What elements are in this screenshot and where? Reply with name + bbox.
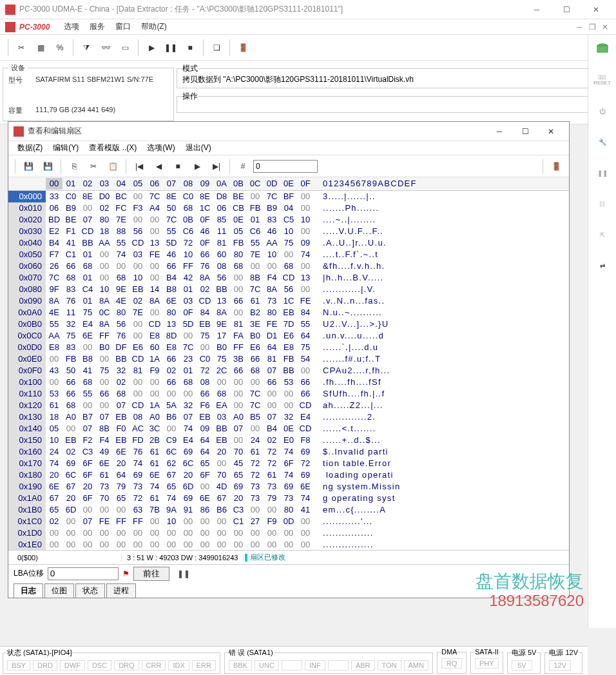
lba-flag-icon: ⚑: [122, 569, 130, 578]
tab-进程[interactable]: 进程: [106, 583, 136, 598]
pause-icon[interactable]: ❚❚: [162, 39, 180, 57]
copy-icon[interactable]: ❏: [207, 39, 226, 57]
copy2-icon[interactable]: ⎘: [65, 158, 83, 175]
menu-窗口[interactable]: 窗口: [110, 21, 136, 32]
sata-legend: 状态 (SATA1)-[PIO4]: [7, 648, 72, 658]
err-ind: BBK: [229, 660, 252, 670]
hex-row[interactable]: 0x10000666800020000666808000000665366.fh…: [8, 377, 569, 388]
hex-row[interactable]: 0x1400500078BF0AC3C007409BB0700B40ECD...…: [8, 423, 569, 435]
hex-maximize-button[interactable]: ☐: [512, 122, 538, 141]
app-icon: [5, 5, 15, 15]
hex-row[interactable]: 0x0C0AA756EFF7600E88D007517FAB0D1E664.un…: [8, 330, 569, 342]
tab-状态[interactable]: 状态: [75, 583, 105, 598]
off-icon[interactable]: ⏻: [593, 102, 611, 120]
hex-row[interactable]: 0x0809F83C4109EEB14B80102BB007C8A5600...…: [8, 284, 569, 295]
save-icon[interactable]: 💾: [19, 158, 37, 175]
hex-minimize-button[interactable]: ─: [486, 122, 512, 141]
paste-icon[interactable]: 📋: [104, 158, 122, 175]
filter-icon[interactable]: ⧩: [77, 39, 95, 57]
exit2-icon[interactable]: 🚪: [547, 158, 565, 175]
hex-row[interactable]: 0x01006B90002FCF3A450681C06CBFBB90400...…: [8, 202, 569, 214]
hex-menu-item[interactable]: 查看模版 ..(X): [84, 141, 142, 155]
binoculars-icon[interactable]: 👓: [97, 39, 115, 57]
hex-col: 08: [180, 178, 197, 190]
hex-row[interactable]: 0x1B0656D000000637B9A9186B6C300008041em.…: [8, 504, 569, 516]
model-label: 型号: [8, 75, 30, 85]
saveas-icon[interactable]: 💾: [39, 158, 57, 175]
stop-icon[interactable]: ■: [181, 39, 199, 57]
hex-row[interactable]: 0x1C0020007FEFFFF0010000000C127F90D00...…: [8, 516, 569, 527]
hex-row[interactable]: 0x020BDBE07807E00007C0B0F850E0183C510...…: [8, 214, 569, 226]
close-button[interactable]: ✕: [581, 0, 611, 19]
mdi-close-button[interactable]: ✕: [599, 22, 611, 32]
pause2-icon[interactable]: ❚❚: [593, 164, 611, 182]
menu-服务[interactable]: 服务: [84, 21, 110, 32]
hex-row[interactable]: 0x13018A0B707EB08A0B607EB03A0B50732E4...…: [8, 411, 569, 423]
exit-icon[interactable]: 🚪: [234, 39, 252, 57]
hex-row[interactable]: 0x1206168000007CD1A5A32F6EA007C0000CDah.…: [8, 400, 569, 411]
lba-input[interactable]: [48, 567, 119, 580]
hex-row[interactable]: 0x050F7C101007403FE46106660807E100074...…: [8, 249, 569, 260]
hex-rows[interactable]: 0x00033C08ED0BC007C8EC08ED8BE007CBF003..…: [8, 191, 569, 550]
hex-menu-item[interactable]: 选项(W): [142, 141, 180, 155]
pause3-icon[interactable]: ❚❚: [177, 569, 190, 578]
hex-row[interactable]: 0x00033C08ED0BC007C8EC08ED8BE007CBF003..…: [8, 191, 569, 202]
log-icon[interactable]: ☷: [593, 195, 611, 213]
cut-icon[interactable]: ✂: [84, 158, 102, 175]
maximize-button[interactable]: ☐: [552, 0, 581, 19]
hex-close-button[interactable]: ✕: [538, 122, 564, 141]
err-ind: [328, 660, 349, 670]
prev-icon[interactable]: ◀: [149, 158, 168, 175]
minimize-button[interactable]: ─: [522, 0, 552, 19]
mdi-minimize-button[interactable]: ─: [573, 22, 585, 32]
hex-row[interactable]: 0x0707C680100681000B4428A56008BF4CD13|h.…: [8, 272, 569, 284]
hex-menu-item[interactable]: 数据(Z): [12, 141, 48, 155]
hex-row[interactable]: 0x030E2F1CD1888560055C6461105C6461000...…: [8, 226, 569, 237]
hex-row[interactable]: 0x0D0E88300B0DFE660E87C00B0FFE664E875...…: [8, 342, 569, 353]
hex-row[interactable]: 0x15010EBF2F4EBFD2BC9E464EB002402E0F8...…: [8, 435, 569, 446]
offset-input[interactable]: [253, 160, 318, 173]
hex-menu-item[interactable]: 退出(V): [180, 141, 217, 155]
pwr12-ind: 12V: [549, 660, 571, 670]
hex-row[interactable]: 0x0908A76018A4E028A6E03CD136661731CFE.v.…: [8, 295, 569, 307]
hex-menu-item[interactable]: 编辑(Y): [48, 141, 84, 155]
hex-row[interactable]: 0x0B05532E48A5600CD135DEB9E813EFE7D55U2.…: [8, 318, 569, 330]
hex-row[interactable]: 0x1602402C3496E76616C6964207061727469$..…: [8, 446, 569, 458]
hex-row[interactable]: 0x1906E672073797374656D004D697373696Eng …: [8, 481, 569, 493]
device-legend: 设备: [8, 63, 28, 73]
hex-row[interactable]: 0x0F0435041753281F90201722C666807BB00CPA…: [8, 365, 569, 377]
grid-icon[interactable]: #: [234, 158, 252, 175]
hex-row[interactable]: 0x1105366556668000000006668007C000066SfU…: [8, 388, 569, 400]
goto-button[interactable]: 前往: [133, 567, 169, 581]
sata2-fieldset: SATA-II PHY: [470, 648, 503, 674]
hex-row[interactable]: 0x1A067206F7065726174696E672073797374g o…: [8, 493, 569, 504]
tab-日志[interactable]: 日志: [14, 583, 43, 598]
chip-icon[interactable]: ▦: [32, 39, 50, 57]
db-icon[interactable]: [593, 40, 611, 58]
tab-位图[interactable]: 位图: [44, 583, 74, 598]
first-icon[interactable]: |◀: [130, 158, 148, 175]
next-icon[interactable]: ▶: [188, 158, 206, 175]
hex-row[interactable]: 0x180206C6F6164696E67206F706572617469 lo…: [8, 469, 569, 481]
mdi-restore-button[interactable]: ❐: [586, 22, 598, 32]
hex-row[interactable]: 0x17074696F6E207461626C65004572726F72tio…: [8, 458, 569, 469]
hex-row[interactable]: 0x0A04E11750C807E00800F848A00B280EB84N.u…: [8, 307, 569, 318]
play-icon[interactable]: ▶: [142, 39, 160, 57]
tools-icon[interactable]: ✂: [12, 39, 30, 57]
wrench2-icon[interactable]: 🔧: [593, 133, 611, 151]
hex-row[interactable]: 0x040B441BBAA55CD135D720F81FB55AA7509.A.…: [8, 237, 569, 249]
percent-icon[interactable]: %: [51, 39, 69, 57]
hex-row[interactable]: 0x0E000FBB800BBCD1A6623C0753B6681FB54...…: [8, 353, 569, 365]
last-icon[interactable]: ▶|: [207, 158, 226, 175]
reset-icon[interactable]: ▯▯▯RESET: [593, 71, 611, 89]
hex-row[interactable]: 0x1E000000000000000000000000000000000...…: [8, 539, 569, 550]
hex-row[interactable]: 0x1D000000000000000000000000000000000...…: [8, 527, 569, 539]
adjust-icon[interactable]: ⇄: [593, 257, 611, 275]
card-icon[interactable]: ▭: [116, 39, 134, 57]
hex-row[interactable]: 0x0602666680000000066FF76086800006800&fh…: [8, 260, 569, 272]
menu-选项[interactable]: 选项: [59, 21, 84, 32]
export-icon[interactable]: ⇱: [593, 226, 611, 244]
menu-帮助(Z)[interactable]: 帮助(Z): [136, 21, 171, 32]
stop2-icon[interactable]: ■: [169, 158, 187, 175]
op-legend: 操作: [182, 91, 198, 102]
